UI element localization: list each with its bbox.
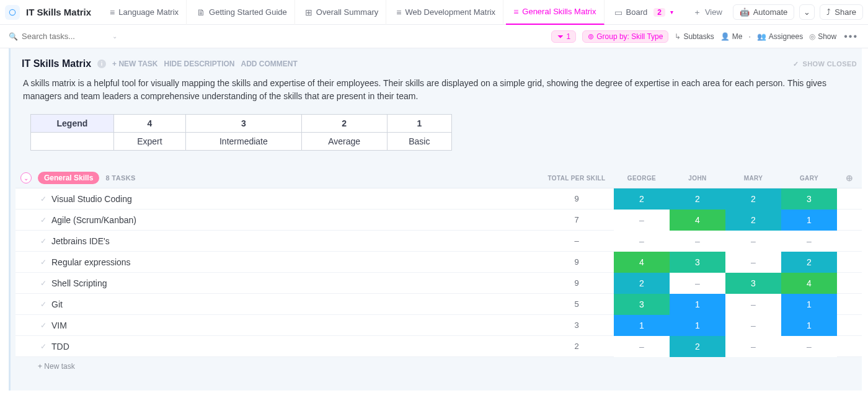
skill-value-cell[interactable]: 1 [614, 315, 670, 336]
legend-level: 3 [185, 115, 301, 133]
filter-chip[interactable]: ⏷1 [551, 30, 577, 43]
skill-value-cell[interactable]: – [614, 336, 670, 357]
skill-value-cell[interactable]: 2 [614, 188, 670, 210]
table-row[interactable]: ✓TDD2–2–– [16, 336, 862, 357]
skill-value-cell[interactable]: 2 [670, 336, 725, 357]
tab-board[interactable]: ▭ Board 2 ▾ [607, 0, 681, 25]
show-toggle[interactable]: ◎Show [809, 32, 836, 41]
skill-value-cell[interactable]: 1 [670, 315, 725, 336]
skill-value-cell[interactable]: 3 [725, 273, 781, 294]
skill-value-cell[interactable]: – [725, 294, 781, 315]
skill-value-cell[interactable]: 1 [781, 315, 837, 336]
search-input[interactable] [22, 32, 108, 41]
info-icon[interactable] [97, 60, 106, 68]
skill-value-cell[interactable]: 4 [614, 252, 670, 273]
skill-value-cell[interactable]: 3 [670, 252, 725, 273]
task-name-cell[interactable]: ✓Jetbrains IDE's [16, 236, 539, 246]
automate-button[interactable]: 🤖 Automate [733, 4, 795, 20]
table-row[interactable]: ✓Git531–1 [16, 294, 862, 315]
chevron-down-icon[interactable]: ⌄ [112, 33, 117, 40]
skill-value-cell[interactable]: 4 [670, 210, 725, 231]
legend-table: Legend 4 3 2 1 Expert Intermediate Avera… [30, 114, 452, 151]
skill-value-cell[interactable]: – [670, 231, 725, 252]
group-collapse-toggle[interactable]: ⌄ [20, 172, 32, 183]
legend-level: 1 [387, 115, 451, 133]
skill-value-cell[interactable]: 2 [614, 273, 670, 294]
skill-value-cell[interactable]: – [614, 231, 670, 252]
people-icon: 👥 [757, 32, 766, 41]
skill-value-cell[interactable]: – [725, 252, 781, 273]
task-name-cell[interactable]: ✓Shell Scripting [16, 278, 539, 288]
skill-value-cell[interactable]: 2 [670, 188, 725, 210]
add-view-button[interactable]: ＋View [686, 7, 729, 18]
view-tabs: ≡Language Matrix 🗎Getting Started Guide … [102, 0, 729, 25]
group-by-chip[interactable]: ⊚Group by: Skill Type [582, 30, 668, 43]
panel-header: IT Skills Matrix + NEW TASK HIDE DESCRIP… [16, 58, 862, 73]
tab-web-dev-matrix[interactable]: ≡Web Development Matrix [389, 0, 503, 25]
skill-value-cell[interactable]: – [725, 315, 781, 336]
skill-value-cell[interactable]: – [614, 210, 670, 231]
skill-value-cell[interactable]: 4 [781, 273, 837, 294]
check-icon: ✓ [40, 216, 46, 224]
table-row[interactable]: ✓VIM311–1 [16, 315, 862, 336]
share-button[interactable]: ⤴ Share [820, 4, 863, 20]
check-icon: ✓ [40, 279, 46, 288]
group-name-badge[interactable]: General Skills [38, 172, 99, 184]
main-panel: IT Skills Matrix + NEW TASK HIDE DESCRIP… [9, 48, 862, 391]
new-task-link[interactable]: + NEW TASK [112, 60, 157, 68]
tab-getting-started[interactable]: 🗎Getting Started Guide [189, 0, 295, 25]
task-name-cell[interactable]: ✓Agile (Scrum/Kanban) [16, 215, 539, 225]
task-name-cell[interactable]: ✓Git [16, 299, 539, 309]
tab-label: Language Matrix [118, 7, 179, 17]
subtasks-toggle[interactable]: ↳Subtasks [675, 32, 714, 41]
add-column-button[interactable]: ⊕ [837, 173, 862, 183]
col-person-header[interactable]: GARY [781, 175, 837, 182]
skill-value-cell[interactable]: – [781, 336, 837, 357]
table-row[interactable]: ✓Regular expressions943–2 [16, 252, 862, 273]
skill-value-cell[interactable]: – [670, 273, 725, 294]
add-view-label: View [705, 7, 722, 17]
table-row[interactable]: ✓Visual Studio Coding92223 [16, 188, 862, 210]
automate-chevron-button[interactable]: ⌄ [799, 4, 815, 20]
skill-value-cell[interactable]: 1 [781, 294, 837, 315]
hide-description-link[interactable]: HIDE DESCRIPTION [164, 60, 235, 68]
table-row[interactable]: ✓Jetbrains IDE's––––– [16, 231, 862, 252]
tab-language-matrix[interactable]: ≡Language Matrix [102, 0, 187, 25]
col-person-header[interactable]: JOHN [670, 175, 725, 182]
tab-general-skills-matrix[interactable]: ≡General Skills Matrix [506, 0, 604, 25]
new-task-row[interactable]: + New task [16, 357, 862, 371]
task-name-cell[interactable]: ✓Regular expressions [16, 257, 539, 267]
task-name-cell[interactable]: ✓TDD [16, 342, 539, 351]
skill-value-cell[interactable]: 3 [614, 294, 670, 315]
table-row[interactable]: ✓Agile (Scrum/Kanban)7–421 [16, 210, 862, 231]
skill-value-cell[interactable]: – [725, 231, 781, 252]
filter-count: 1 [567, 32, 571, 41]
panel-description: A skills matrix is a helpful tool for vi… [16, 73, 862, 114]
show-closed-toggle[interactable]: ✓SHOW CLOSED [793, 60, 857, 68]
toolbar: 🔍 ⌄ ⏷1 ⊚Group by: Skill Type ↳Subtasks 👤… [0, 25, 868, 48]
skill-value-cell[interactable]: 1 [670, 294, 725, 315]
legend-label: Expert [113, 133, 185, 151]
add-comment-link[interactable]: ADD COMMENT [241, 60, 298, 68]
svg-point-0 [9, 9, 15, 15]
table-row[interactable]: ✓Shell Scripting92–34 [16, 273, 862, 294]
skill-value-cell[interactable]: 2 [725, 210, 781, 231]
skill-value-cell[interactable]: – [781, 231, 837, 252]
task-name-cell[interactable]: ✓Visual Studio Coding [16, 194, 539, 204]
skill-value-cell[interactable]: 2 [781, 252, 837, 273]
task-name: Shell Scripting [51, 278, 107, 288]
col-person-header[interactable]: MARY [725, 175, 781, 182]
me-toggle[interactable]: 👤Me [720, 32, 743, 41]
assignees-label: Assignees [769, 32, 803, 41]
task-name-cell[interactable]: ✓VIM [16, 320, 539, 330]
more-menu[interactable]: ••• [843, 31, 859, 42]
assignees-toggle[interactable]: 👥Assignees [757, 32, 803, 41]
skill-value-cell[interactable]: 3 [781, 188, 837, 210]
automate-label: Automate [753, 7, 788, 17]
skill-value-cell[interactable]: – [725, 336, 781, 357]
legend-label: Average [301, 133, 387, 151]
skill-value-cell[interactable]: 1 [781, 210, 837, 231]
tab-overall-summary[interactable]: ⊞Overall Summary [298, 0, 386, 25]
skill-value-cell[interactable]: 2 [725, 188, 781, 210]
col-person-header[interactable]: GEORGE [614, 175, 670, 182]
